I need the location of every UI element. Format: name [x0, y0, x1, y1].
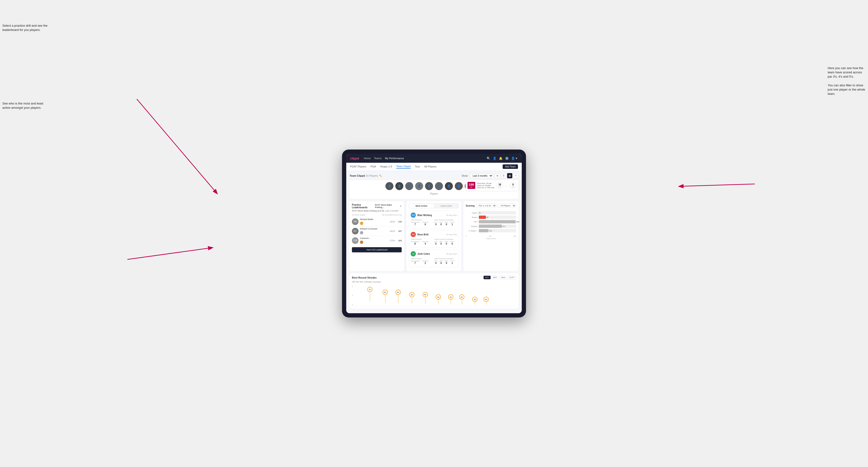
edit-icon[interactable]: ✏️ [379, 175, 382, 177]
table-row: EC Edward Crossman 🥈 18/20 107 [352, 226, 402, 236]
chart-view-icon[interactable]: ≡ [513, 173, 519, 178]
subnav-tour[interactable]: Tour [415, 165, 420, 168]
distance-display: 16 yds → 0 yds [496, 182, 517, 189]
shot-number: 198 SC [467, 182, 475, 189]
bar-dbogeys: D. Bogeys + 131 [466, 229, 516, 232]
streak-filter-putt[interactable]: PUTT [508, 276, 516, 279]
tab-least-active[interactable]: Least Active [434, 204, 459, 208]
streak-bubble-4x-3: 4x [459, 294, 464, 300]
player-lb-avatar-3: CM [352, 237, 359, 244]
players-filter[interactable]: All Players [498, 204, 516, 208]
drill-selector[interactable]: PUTT Must Make Putting... ▼ [375, 204, 402, 209]
player-lb-avatar-2: EC [352, 228, 359, 235]
subnav-pga[interactable]: PGA [371, 165, 376, 168]
scoring-header: Scoring Par 3, 4 & 5s All Players [466, 204, 516, 208]
streak-bubble-6x-1: 6x [382, 290, 388, 295]
table-row: RB Richard Butler 🥇 19/20 110 [352, 217, 402, 226]
user-icon[interactable]: 👤 [493, 157, 497, 160]
show-select[interactable]: Last 3 months Last 6 months Last year [470, 174, 493, 178]
svg-line-2 [679, 184, 755, 186]
lb-header: PLAYER NAME PB SCORE PB AVG SQ [352, 214, 402, 216]
player-card-header-rees: RB Rees Britt 02 Sep 2023 [411, 232, 457, 237]
three-cols: Practice Leaderboards PUTT Must Make Put… [349, 201, 519, 271]
dist-end: 0 yds [509, 182, 517, 189]
total-rounds-josh: Total Rounds Tournament 7 Practice 2 [411, 257, 433, 264]
subnav-team-clippd[interactable]: Team Clippd [396, 165, 411, 168]
view-leaderboard-button[interactable]: View Full Leaderboard [352, 247, 402, 252]
view-icons: ⊞ ☰ ▦ ≡ [495, 173, 519, 178]
tablet-screen: clippd Home Teams My Performance 🔍 👤 🔔 ⚙… [346, 154, 522, 313]
activity-panel: Most Active Least Active BM Blair McHarg… [406, 201, 461, 271]
player-avatar-2[interactable]: 👤 [395, 182, 403, 190]
streak-filters: OTT APP ARG PUTT [484, 276, 516, 279]
player-lb-info-2: Edward Crossman 🥈 [360, 228, 388, 235]
subnav-pgat[interactable]: PGAT Players [350, 165, 366, 168]
stats-row-rees: Total Rounds Tournament 8 Practice 4 [411, 238, 457, 245]
player-lb-info-3: Cameron... 🥉 [360, 237, 388, 244]
shot-detail-card: 198 SC Shot Dist: 16 yds Start Lie: Roug… [466, 180, 519, 191]
total-rounds-blair: Total Rounds Tournament 7 Practice 6 [411, 219, 433, 226]
bar-pars: Pars 499 [466, 220, 516, 223]
badge-bronze-3: 🥉 [360, 241, 363, 244]
list-view-icon[interactable]: ☰ [501, 173, 506, 178]
streak-filter-app[interactable]: APP [492, 276, 499, 279]
scoring-title: Scoring [466, 205, 474, 207]
scoring-bar-chart: Eagles 3 Birdies 96 [466, 210, 516, 235]
player-avatar-rees: RB [411, 232, 416, 237]
total-shots-label: Total Shots [466, 238, 516, 240]
player-avatar-6[interactable]: 👤 [435, 182, 443, 190]
player-avatar-1[interactable]: 👤 [385, 182, 394, 190]
subnav-hcaps[interactable]: Hcaps 1-5 [380, 165, 392, 168]
settings-icon[interactable]: ⚙️ [505, 157, 509, 160]
grid-view-icon[interactable]: ⊞ [495, 173, 500, 178]
practice-activities-josh: Total Practice Activities OTT0 APP0 ARG0… [434, 257, 457, 264]
par-filter[interactable]: Par 3, 4 & 5s [476, 204, 497, 208]
player-card-header-blair: BM Blair McHarg 26 Aug 2023 [411, 213, 457, 218]
badge-gold-1: 🥇 [360, 222, 363, 225]
streak-bubble-4x-1: 4x [436, 294, 441, 300]
tablet-container: clippd Home Teams My Performance 🔍 👤 🔔 ⚙… [342, 150, 526, 317]
streak-bubble-4x-2: 4x [448, 294, 453, 300]
nav-icons: 🔍 👤 🔔 ⚙️ 👤▼ [487, 157, 518, 160]
streak-bubble-5x-2: 5x [423, 292, 428, 297]
player-avatar-7[interactable]: 👤 [445, 182, 453, 190]
practice-lb-title: Practice Leaderboards PUTT Must Make Put… [352, 204, 402, 209]
avatar-icon[interactable]: 👤▼ [511, 157, 518, 160]
bar-bogeys: Bogeys 311 [466, 224, 516, 228]
shot-info: Shot Dist: 16 yds Start Lie: Rough End L… [477, 182, 494, 189]
svg-line-0 [137, 99, 217, 193]
main-content: Team Clippd 14 Players ✏️ Show: Last 3 m… [346, 171, 522, 313]
streak-subtitle: Off The Tee, Fairway Accuracy [352, 281, 516, 283]
streak-bubble-3x-2: 3x [484, 297, 489, 302]
brand-logo: clippd [350, 157, 359, 160]
player-avatar-8[interactable]: 👤 [455, 182, 463, 190]
tab-most-active[interactable]: Most Active [409, 204, 434, 208]
streaks-header: Best Round Streaks OTT APP ARG PUTT [352, 276, 516, 279]
bar-birdies: Birdies 96 [466, 216, 516, 219]
streak-bubble-7x-1: 7x [367, 287, 372, 292]
show-label: Show: [462, 175, 468, 177]
player-avatar-3[interactable]: 👤 [405, 182, 413, 190]
player-card-header-josh: JC Josh Coles 26 Aug 2023 [411, 251, 457, 256]
nav-home[interactable]: Home [364, 157, 371, 160]
streak-filter-ott[interactable]: OTT [484, 276, 491, 279]
subnav-all-players[interactable]: All Players [424, 165, 437, 168]
player-avatar-4[interactable]: 👤 [415, 182, 423, 190]
add-team-button[interactable]: Add Team [503, 164, 518, 169]
streak-bubble-3x-1: 3x [472, 297, 477, 302]
activity-tabs: Most Active Least Active [409, 204, 459, 208]
player-avatar-5[interactable]: 👤 [425, 182, 433, 190]
nav-my-performance[interactable]: My Performance [385, 157, 404, 160]
search-icon[interactable]: 🔍 [487, 157, 490, 160]
streak-filter-arg[interactable]: ARG [500, 276, 507, 279]
nav-teams[interactable]: Teams [374, 157, 382, 160]
player-card-josh: JC Josh Coles 26 Aug 2023 Total Rounds T… [409, 249, 459, 267]
player-count: 14 Players [366, 174, 378, 177]
best-round-streaks-panel: Best Round Streaks OTT APP ARG PUTT Off … [349, 273, 519, 309]
svg-line-1 [127, 248, 212, 259]
player-card-blair: BM Blair McHarg 26 Aug 2023 Total Rounds… [409, 211, 459, 228]
bell-icon[interactable]: 🔔 [499, 157, 503, 160]
stats-row-josh: Total Rounds Tournament 7 Practice 2 [411, 257, 457, 264]
streak-bubble-5x-1: 5x [409, 292, 414, 297]
card-view-icon[interactable]: ▦ [507, 173, 512, 178]
